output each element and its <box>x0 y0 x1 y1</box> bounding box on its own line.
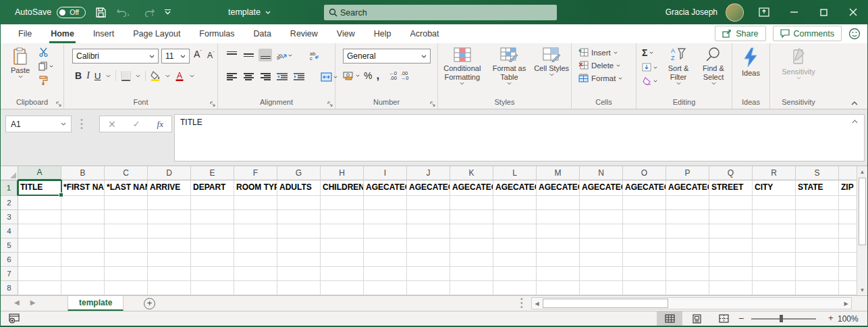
column-header-L[interactable]: L <box>493 166 537 180</box>
alignment-dialog-launcher-icon[interactable] <box>327 101 333 107</box>
bold-button[interactable]: B <box>75 70 82 81</box>
orientation-icon[interactable]: ab <box>275 49 293 61</box>
middle-align-icon[interactable] <box>242 49 255 61</box>
column-header-R[interactable]: R <box>753 166 796 180</box>
cell-D8[interactable] <box>148 281 191 295</box>
clipboard-dialog-launcher-icon[interactable] <box>56 101 61 107</box>
cell-E7[interactable] <box>191 267 234 281</box>
cell-K8[interactable] <box>450 281 493 295</box>
insert-cells-button[interactable]: Insert <box>578 48 636 57</box>
cell-O7[interactable] <box>623 267 666 281</box>
scroll-right-icon[interactable]: ▶ <box>841 298 851 309</box>
cell-F2[interactable] <box>234 196 277 210</box>
cell-N5[interactable] <box>580 238 623 253</box>
maximize-button[interactable] <box>809 0 838 24</box>
cell-N3[interactable] <box>580 210 623 224</box>
cell-P4[interactable] <box>666 224 709 238</box>
macro-record-icon[interactable] <box>9 313 20 324</box>
cell-M6[interactable] <box>537 253 580 267</box>
ribbon-display-options-icon[interactable] <box>759 7 769 17</box>
cell-F1[interactable]: ROOM TYPE <box>234 180 277 196</box>
cell-E2[interactable] <box>191 196 234 210</box>
cell-M2[interactable] <box>537 196 580 210</box>
cell-B5[interactable] <box>61 238 105 253</box>
row-header-8[interactable]: 8 <box>1 281 18 295</box>
sheet-tab-template[interactable]: template <box>67 296 124 311</box>
autosave-control[interactable]: AutoSave Off <box>15 7 86 18</box>
cell-D7[interactable] <box>148 267 191 281</box>
select-all-corner[interactable] <box>1 166 18 180</box>
name-box[interactable]: A1 <box>5 116 72 132</box>
cell-R3[interactable] <box>753 210 796 224</box>
document-title[interactable]: template <box>228 0 271 24</box>
find-select-button[interactable]: Find & Select <box>697 47 730 85</box>
cell-T1[interactable]: ZIP <box>839 180 857 196</box>
cell-C2[interactable] <box>105 196 148 210</box>
cell-N8[interactable] <box>580 281 623 295</box>
column-header-T[interactable]: T <box>839 166 857 180</box>
cell-S8[interactable] <box>796 281 839 295</box>
cell-P2[interactable] <box>666 196 709 210</box>
cell-C3[interactable] <box>105 210 148 224</box>
cell-L2[interactable] <box>493 196 537 210</box>
cell-M7[interactable] <box>537 267 580 281</box>
normal-view-button[interactable] <box>657 311 682 326</box>
cell-T7[interactable] <box>839 267 857 281</box>
borders-icon[interactable] <box>121 71 131 81</box>
cell-B3[interactable] <box>61 210 105 224</box>
cell-B1[interactable]: *FIRST NAME <box>61 180 105 196</box>
cell-R4[interactable] <box>753 224 796 238</box>
cell-G3[interactable] <box>277 210 321 224</box>
underline-button[interactable]: U <box>94 71 101 81</box>
cell-Q3[interactable] <box>709 210 753 224</box>
delete-cells-button[interactable]: Delete <box>578 61 636 70</box>
clear-button[interactable] <box>642 76 657 85</box>
cell-N2[interactable] <box>580 196 623 210</box>
cell-I1[interactable]: AGECATEGORY <box>364 180 407 196</box>
feedback-smiley-icon[interactable] <box>848 28 861 40</box>
column-header-G[interactable]: G <box>277 166 321 180</box>
vertical-scrollbar[interactable]: ▲ ▼ <box>857 166 867 295</box>
cell-R6[interactable] <box>753 253 796 267</box>
cell-K7[interactable] <box>450 267 493 281</box>
cell-O8[interactable] <box>623 281 666 295</box>
fill-button[interactable] <box>642 63 657 72</box>
cell-F6[interactable] <box>234 253 277 267</box>
column-header-A[interactable]: A <box>18 166 61 180</box>
cell-S7[interactable] <box>796 267 839 281</box>
column-header-I[interactable]: I <box>364 166 407 180</box>
search-input[interactable]: Search <box>324 5 557 20</box>
cell-H7[interactable] <box>321 267 364 281</box>
cell-I8[interactable] <box>364 281 407 295</box>
underline-menu-icon[interactable] <box>106 74 111 78</box>
cell-O4[interactable] <box>623 224 666 238</box>
cell-Q8[interactable] <box>709 281 753 295</box>
cell-N6[interactable] <box>580 253 623 267</box>
formula-bar-splitter[interactable]: ••• <box>80 118 83 130</box>
enter-icon[interactable]: ✓ <box>133 119 140 129</box>
cell-E6[interactable] <box>191 253 234 267</box>
scroll-left-icon[interactable]: ◀ <box>532 298 542 309</box>
cell-G4[interactable] <box>277 224 321 238</box>
cell-J2[interactable] <box>407 196 450 210</box>
next-sheet-icon[interactable]: ▶ <box>30 299 36 306</box>
zoom-slider-track[interactable] <box>751 318 816 320</box>
align-left-icon[interactable] <box>225 70 238 83</box>
cell-S1[interactable]: STATE <box>796 180 839 196</box>
cell-T6[interactable] <box>839 253 857 267</box>
ribbon-tab-help[interactable]: Help <box>364 24 401 43</box>
cell-I3[interactable] <box>364 210 407 224</box>
insert-function-icon[interactable]: fx <box>157 119 163 130</box>
cell-S4[interactable] <box>796 224 839 238</box>
cell-E3[interactable] <box>191 210 234 224</box>
cell-H1[interactable]: CHILDREN <box>321 180 364 196</box>
cell-B6[interactable] <box>61 253 105 267</box>
cell-H3[interactable] <box>321 210 364 224</box>
column-header-E[interactable]: E <box>191 166 234 180</box>
cell-T2[interactable] <box>839 196 857 210</box>
number-format-select[interactable]: General <box>343 49 431 64</box>
horizontal-scrollbar[interactable]: ◀ ▶ <box>531 297 852 309</box>
cell-C5[interactable] <box>105 238 148 253</box>
zoom-out-button[interactable]: − <box>738 313 744 324</box>
increase-font-size-button[interactable]: Aˆ <box>194 49 202 59</box>
